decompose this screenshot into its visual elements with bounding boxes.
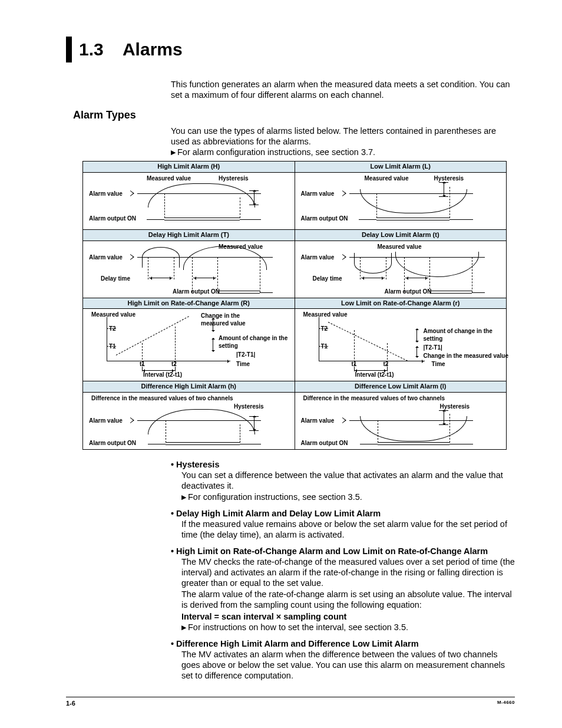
diagram-cell: Measured value Change in the measured va… — [83, 309, 295, 381]
cell-header: Low Limit on Rate-of-Change Alarm (r) — [295, 298, 507, 309]
diagram-cell: Measured value Hysteresis Alarm value Al… — [295, 173, 507, 229]
bullet-head: Hysteresis — [171, 459, 515, 470]
cell-header: Difference Low Limit Alarm (l) — [295, 381, 507, 393]
subheading: Alarm Types — [73, 108, 515, 122]
bullets-section: Hysteresis You can set a difference betw… — [171, 459, 515, 681]
title-number: 1.3 — [79, 39, 104, 59]
bullet-head: Difference High Limit Alarm and Differen… — [171, 638, 515, 649]
bullet-head: High Limit on Rate-of-Change Alarm and L… — [171, 546, 515, 556]
cell-header: High Limit on Rate-of-Change Alarm (R) — [83, 298, 295, 309]
cell-header: Difference High Limit Alarm (h) — [83, 381, 295, 393]
title-bar — [66, 37, 72, 62]
bullet-body2: The alarm value of the rate-of-change al… — [181, 589, 515, 610]
cell-header: Delay High Limit Alarm (T) — [83, 229, 295, 241]
bullet-body: The MV checks the rate-of-change of the … — [181, 556, 515, 588]
cell-header: Delay Low Limit Alarm (t) — [295, 229, 507, 241]
bullet-head: Delay High Limit Alarm and Delay Low Lim… — [171, 508, 515, 519]
cell-header: Low Limit Alarm (L) — [295, 162, 507, 173]
bullet-body: The MV activates an alarm when the diffe… — [181, 649, 515, 681]
bullet-xref: For configuration instructions, see sect… — [181, 492, 515, 502]
footer-page: 1-6 — [66, 700, 75, 708]
title-text: Alarms — [123, 39, 183, 59]
section-title: 1.3 Alarms — [66, 37, 515, 62]
diagram-cell: Difference in the measured values of two… — [83, 393, 295, 449]
diagram-cell: Difference in the measured values of two… — [295, 393, 507, 449]
xref-line: For alarm configuration instructions, se… — [171, 147, 515, 157]
diagram-cell: Measured value Alarm value Delay time Al… — [295, 241, 507, 298]
diagram-cell: Measured value Hysteresis Alarm value Al… — [83, 173, 295, 229]
diagram-cell: Measured value Alarm value Delay time Al… — [83, 241, 295, 298]
bullet-body: If the measured value remains above or b… — [181, 519, 515, 540]
intro-paragraph: This function generates an alarm when th… — [171, 79, 515, 100]
sub-intro: You can use the types of alarms listed b… — [171, 126, 515, 147]
bullet-xref: For instructions on how to set the inter… — [181, 622, 515, 633]
bullet-body: You can set a difference between the val… — [181, 470, 515, 491]
alarm-diagram-table: High Limit Alarm (H) Low Limit Alarm (L)… — [82, 161, 507, 450]
diagram-cell: Measured value Amount of change in the s… — [295, 309, 507, 381]
bullet-equation: Interval = scan interval × sampling coun… — [181, 611, 515, 622]
footer-doc: M-4660 — [497, 700, 515, 708]
page-footer: 1-6 M-4660 — [66, 697, 515, 708]
cell-header: High Limit Alarm (H) — [83, 162, 295, 173]
